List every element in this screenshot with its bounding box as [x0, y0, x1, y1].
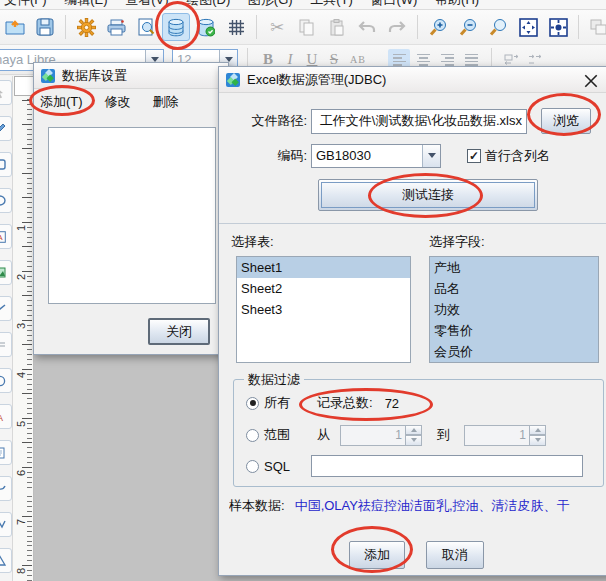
list-item[interactable]: 会员价 [430, 341, 598, 362]
label-tool-icon[interactable]: A [0, 404, 12, 429]
menu-edit[interactable]: 编辑(E) [64, 0, 107, 7]
menu-help[interactable]: 帮助(H) [435, 0, 479, 7]
encoding-dropdown-icon[interactable] [422, 145, 440, 167]
select-table-label: 选择表: [231, 233, 274, 251]
line-tool-icon[interactable] [0, 296, 12, 321]
filter-sql-radio[interactable] [246, 460, 259, 473]
header-row-checkbox[interactable]: ✓ [467, 149, 481, 163]
file-path-value: 工作文件\测试数据\化妆品数据.xlsx [320, 112, 522, 130]
filter-range-radio[interactable] [246, 429, 259, 442]
settings-gear-icon[interactable] [72, 13, 100, 41]
image-tool-icon[interactable] [0, 260, 12, 285]
check-icon: ✓ [469, 150, 479, 162]
fields-listbox[interactable]: 产地 品名 功效 零售价 会员价 [429, 256, 599, 363]
spinner-down-icon[interactable] [530, 435, 546, 446]
cancel-button[interactable]: 取消 [426, 541, 484, 569]
text-tool-icon[interactable]: A [0, 224, 12, 249]
table-listbox[interactable]: Sheet1 Sheet2 Sheet3 [236, 256, 411, 363]
ellipse-tool-icon[interactable] [0, 188, 12, 213]
range-to-value: 1 [464, 425, 530, 446]
pencil-icon[interactable] [0, 116, 12, 141]
list-item[interactable]: Sheet2 [237, 278, 410, 299]
vertical-ruler: 1 2 3 4 5 6 7 8 9 [13, 76, 34, 581]
ruler-number: 4 [15, 368, 27, 382]
hline-tool-icon[interactable] [0, 332, 12, 357]
database-settings-dialog: 数据库设置 添加(T) 修改 删除 关闭 [33, 62, 229, 355]
list-item[interactable]: Sheet3 [237, 299, 410, 320]
list-item[interactable]: Sheet1 [237, 257, 410, 278]
list-item[interactable]: 品名 [430, 278, 598, 299]
excel-datasource-dialog: Excel数据源管理(JDBC) 文件路径: 工作文件\测试数据\化妆品数据.x… [218, 66, 606, 576]
spinner-up-icon[interactable] [530, 425, 546, 436]
close-button[interactable]: 关闭 [148, 318, 210, 345]
app-window: 文件(F) 编辑(E) 查看(V) 绘图(D) 图形(G) 工具(T) 窗口(W… [0, 0, 606, 581]
database-check-icon[interactable] [192, 13, 220, 41]
drawing-tool-column: A A [0, 76, 13, 581]
encoding-value: GB18030 [312, 148, 422, 163]
data-filter-group: 数据过滤 所有 记录总数: 72 范围 从 1 到 1 [233, 379, 604, 487]
copy-icon[interactable] [293, 13, 321, 41]
spinner-up-icon[interactable] [406, 425, 422, 436]
select-arrow-icon[interactable] [0, 80, 12, 105]
file-path-field[interactable]: 工作文件\测试数据\化妆品数据.xlsx [311, 109, 527, 134]
encoding-combobox[interactable]: GB18030 [311, 144, 441, 168]
letter-spacing-icon[interactable]: AB [345, 54, 371, 65]
zoom-out-icon[interactable] [454, 13, 482, 41]
grid-icon[interactable] [222, 13, 250, 41]
browse-button[interactable]: 浏览 [541, 108, 591, 134]
zoom-reset-icon[interactable] [484, 13, 512, 41]
spinner-down-icon[interactable] [406, 435, 422, 446]
menu-bar: 文件(F) 编辑(E) 查看(V) 绘图(D) 图形(G) 工具(T) 窗口(W… [0, 0, 606, 10]
dialog-title: 数据库设置 [62, 67, 222, 85]
sql-field[interactable] [311, 455, 583, 477]
polyline-tool-icon[interactable] [0, 512, 12, 537]
app-logo-icon [40, 68, 56, 84]
oval-tool-icon[interactable] [0, 368, 12, 393]
menu-tools[interactable]: 工具(T) [310, 0, 353, 7]
datasource-listbox[interactable] [48, 127, 216, 304]
database-icon[interactable] [162, 13, 190, 41]
menu-draw[interactable]: 绘图(D) [186, 0, 230, 7]
page-tool-icon[interactable] [0, 440, 12, 465]
fit-selection-icon[interactable] [544, 13, 572, 41]
ruler-number: 2 [15, 270, 27, 284]
add-button[interactable]: 添加 [349, 541, 405, 569]
open-icon[interactable] [1, 13, 29, 41]
range-to-spinner[interactable]: 1 [464, 425, 546, 446]
encoding-label: 编码: [227, 147, 307, 165]
undo-icon[interactable] [353, 13, 381, 41]
close-icon[interactable] [583, 73, 599, 89]
print-preview-icon[interactable] [132, 13, 160, 41]
ruler-number: 1 [15, 221, 27, 235]
database-settings-titlebar[interactable]: 数据库设置 [34, 63, 228, 89]
delete-menu-item[interactable]: 删除 [153, 93, 179, 111]
rectangle-tool-icon[interactable] [0, 152, 12, 177]
menu-window[interactable]: 窗口(W) [370, 0, 417, 7]
add-menu-item[interactable]: 添加(T) [40, 93, 83, 111]
group-icon[interactable] [585, 13, 606, 41]
menu-view[interactable]: 查看(V) [125, 0, 168, 7]
zoom-in-icon[interactable] [424, 13, 452, 41]
menu-file[interactable]: 文件(F) [4, 0, 47, 7]
test-connection-button[interactable]: 测试连接 [318, 179, 538, 211]
file-path-label: 文件路径: [227, 112, 307, 130]
main-toolbar: ✂ [0, 10, 606, 45]
ruler-number: 6 [15, 466, 27, 480]
modify-menu-item[interactable]: 修改 [105, 93, 131, 111]
list-item[interactable]: 功效 [430, 299, 598, 320]
polygon-tool-icon[interactable] [0, 548, 12, 573]
list-item[interactable]: 零售价 [430, 320, 598, 341]
ruler-number: 7 [15, 515, 27, 529]
menu-graphic[interactable]: 图形(G) [248, 0, 293, 7]
filter-all-radio[interactable] [246, 397, 259, 410]
print-icon[interactable] [102, 13, 130, 41]
redo-icon[interactable] [383, 13, 411, 41]
cut-icon[interactable]: ✂ [263, 13, 291, 41]
fit-window-icon[interactable] [514, 13, 542, 41]
paste-icon[interactable] [323, 13, 351, 41]
excel-datasource-titlebar[interactable]: Excel数据源管理(JDBC) [219, 67, 606, 93]
curve-tool-icon[interactable] [0, 476, 12, 501]
range-from-spinner[interactable]: 1 [340, 425, 422, 446]
list-item[interactable]: 产地 [430, 257, 598, 278]
save-icon[interactable] [31, 13, 59, 41]
